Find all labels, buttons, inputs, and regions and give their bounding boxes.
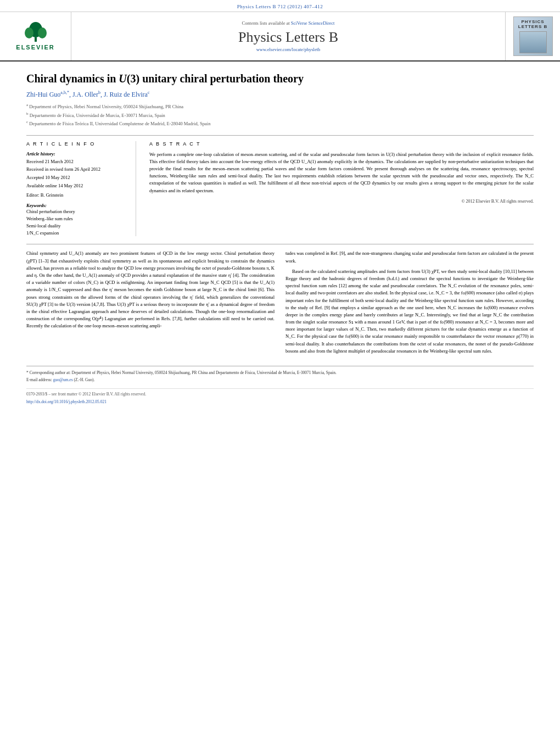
title-italic: U <box>119 72 126 85</box>
issn-line: 0370-2693/$ – see front matter © 2012 El… <box>26 391 534 397</box>
journal-url[interactable]: www.elsevier.com/locate/physletb <box>256 47 321 52</box>
body-right-para-1: tudes was completed in Ref. [9], and the… <box>285 250 534 264</box>
journal-thumbnail: PHYSICS LETTERS B <box>513 16 553 56</box>
thumb-label: PHYSICS LETTERS B <box>516 19 550 29</box>
keywords-section: Keywords: Chiral perturbation theory Wei… <box>26 203 127 236</box>
doi-line: http://dx.doi.org/10.1016/j.physletb.201… <box>26 399 534 405</box>
section-divider-2 <box>26 244 534 244</box>
article-info: A R T I C L E I N F O Article history: R… <box>26 141 136 237</box>
svg-point-3 <box>38 27 47 38</box>
available-date: Available online 14 May 2012 <box>26 182 127 189</box>
affiliations: a Department of Physics, Hebei Normal Un… <box>26 102 534 127</box>
footnotes: * Corresponding author at: Department of… <box>26 366 534 405</box>
email-link[interactable]: guo@um.es <box>53 377 73 382</box>
header-top: Physics Letters B 712 (2012) 407–412 <box>0 0 560 12</box>
sciverse-prefix: Contents lists available at <box>242 20 290 26</box>
sciverse-line: Contents lists available at SciVerse Sci… <box>242 20 335 26</box>
section-divider-1 <box>26 135 534 136</box>
article-info-heading: A R T I C L E I N F O <box>26 141 127 147</box>
body-left-para-1: Chiral symmetry and U_A(1) anomaly are t… <box>26 250 275 330</box>
page-wrapper: Physics Letters B 712 (2012) 407–412 ELS… <box>0 0 560 742</box>
article-title: Chiral dynamics in U(3) unitary chiral p… <box>26 71 534 86</box>
journal-thumbnail-area: PHYSICS LETTERS B <box>505 12 560 60</box>
editor-line: Editor: B. Grinstein <box>26 192 127 199</box>
affil-c: c Departamento de Física Teórica II, Uni… <box>26 119 534 127</box>
elsevier-logo: ELSEVIER <box>16 22 54 51</box>
footnote-star: * Corresponding author at: Department of… <box>26 370 534 376</box>
info-abstract-section: A R T I C L E I N F O Article history: R… <box>26 141 534 237</box>
body-right-col: tudes was completed in Ref. [9], and the… <box>285 250 534 358</box>
revised-date: Received in revised form 26 April 2012 <box>26 166 127 173</box>
kw-2: Weinberg–like sum rules <box>26 215 127 222</box>
keywords-list: Chiral perturbation theory Weinberg–like… <box>26 208 127 236</box>
abstract-heading: A B S T R A C T <box>149 141 534 147</box>
elsevier-brand-name: ELSEVIER <box>16 44 54 51</box>
header-center: Contents lists available at SciVerse Sci… <box>71 12 505 60</box>
page-footer: 0370-2693/$ – see front matter © 2012 El… <box>26 388 534 405</box>
svg-point-2 <box>25 27 33 38</box>
affil-b: b Departamento de Física, Universidad de… <box>26 111 534 119</box>
kw-3: Semi-local duality <box>26 222 127 230</box>
history-label: Article history: <box>26 151 127 157</box>
body-right-para-2: Based on the calculated scattering ampli… <box>285 268 534 355</box>
authors-line: Zhi-Hui Guoa,b,*, J.A. Ollerb, J. Ruiz d… <box>26 90 534 99</box>
keywords-label: Keywords: <box>26 203 127 208</box>
received-date: Received 21 March 2012 <box>26 158 127 165</box>
copyright-line: © 2012 Elsevier B.V. All rights reserved… <box>149 199 534 204</box>
elsevier-tree-icon <box>23 22 49 43</box>
footnote-email: E-mail address: guo@um.es (Z.-H. Guo). <box>26 377 534 383</box>
abstract-section: A B S T R A C T We perform a complete on… <box>149 141 534 237</box>
doi-link[interactable]: http://dx.doi.org/10.1016/j.physletb.201… <box>26 399 107 404</box>
abstract-text: We perform a complete one-loop calculati… <box>149 151 534 194</box>
body-columns: Chiral symmetry and U_A(1) anomaly are t… <box>26 250 534 358</box>
accepted-date: Accepted 10 May 2012 <box>26 174 127 181</box>
kw-1: Chiral perturbation theory <box>26 208 127 215</box>
main-content: Chiral dynamics in U(3) unitary chiral p… <box>0 62 560 419</box>
journal-title: Physics Letters B <box>238 29 338 46</box>
header-banner: ELSEVIER Contents lists available at Sci… <box>0 12 560 62</box>
thumb-image <box>519 31 547 53</box>
elsevier-logo-area: ELSEVIER <box>0 12 71 60</box>
svg-rect-0 <box>35 37 37 42</box>
kw-4: 1/N_C expansion <box>26 230 127 237</box>
sciverse-link[interactable]: SciVerse ScienceDirect <box>291 20 335 26</box>
body-left-col: Chiral symmetry and U_A(1) anomaly are t… <box>26 250 275 358</box>
affil-a: a Department of Physics, Hebei Normal Un… <box>26 102 534 110</box>
journal-ref: Physics Letters B 712 (2012) 407–412 <box>237 4 323 9</box>
